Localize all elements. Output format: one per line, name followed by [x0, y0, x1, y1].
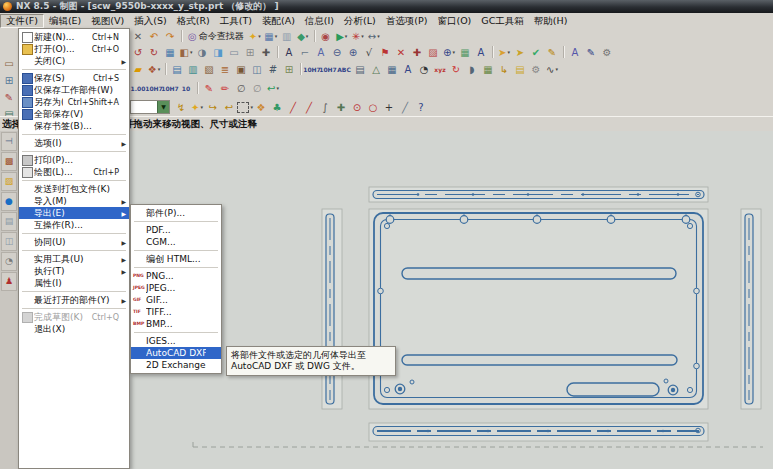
snap-points-icon[interactable]: ❖ [253, 100, 269, 115]
view-creation-icon[interactable]: ❖▾ [146, 62, 162, 77]
text-icon[interactable]: A [281, 45, 297, 60]
balance-icon[interactable]: ◔ [416, 62, 432, 77]
plus-icon[interactable]: ✚ [409, 45, 425, 60]
file-menu-item[interactable]: 发送到打包文件(K) [19, 183, 129, 195]
file-menu-item[interactable]: 仅保存工作部件(W) [19, 84, 129, 96]
export-submenu-item[interactable]: IGES... [131, 335, 221, 347]
export-submenu-item[interactable]: 2D Exchange... [131, 359, 221, 371]
file-menu-item[interactable]: 退出(X) [19, 323, 129, 335]
file-menu-item[interactable]: 打开(O)...Ctrl+O [19, 43, 129, 55]
note-icon[interactable]: ABC [336, 62, 352, 77]
asterisk-icon[interactable]: ✳▾ [350, 29, 366, 44]
coordinate-icon[interactable]: xyz [432, 62, 448, 77]
roles-icon[interactable]: ◆▾ [295, 29, 311, 44]
image-icon[interactable]: ▦ [457, 45, 473, 60]
pencil-icon[interactable]: ✎ [544, 45, 560, 60]
resource-tab-constraint-navigator[interactable]: ▩ [1, 152, 17, 171]
export-submenu-item[interactable]: JPEGJPEG... [131, 282, 221, 294]
quadrant-icon[interactable]: ○ [365, 100, 381, 115]
rotate-left-icon[interactable]: ↺ [130, 45, 146, 60]
export-submenu-item[interactable]: 部件(P)... [131, 207, 221, 219]
snap-star-icon[interactable]: ✦▾ [189, 100, 205, 115]
return-icon[interactable]: ↩▾ [265, 81, 281, 96]
file-menu-item[interactable]: 完成草图(K)Ctrl+Q [19, 311, 129, 323]
dim-basic-icon[interactable]: 10 [178, 81, 194, 96]
check-icon[interactable]: √ [361, 45, 377, 60]
export-submenu-item[interactable]: PDF... [131, 224, 221, 236]
drawing-view-front[interactable] [374, 213, 703, 404]
export-submenu-item-autocad-dxf-dwg[interactable]: AutoCAD DXF/DWG... [131, 347, 221, 359]
menubar-item-gc-toolbox[interactable]: GC工具箱 [476, 14, 529, 27]
style-icon[interactable]: ▰ [130, 62, 146, 77]
curve2-icon[interactable]: ↩ [221, 100, 237, 115]
sheet-icon[interactable]: ▦ [162, 45, 178, 60]
menubar-item-format[interactable]: 格式(R) [172, 14, 215, 27]
label-icon[interactable]: A [400, 62, 416, 77]
file-menu-item[interactable]: 新建(N)...Ctrl+N [19, 31, 129, 43]
curve-icon[interactable]: ↪ [205, 100, 221, 115]
grid2-icon[interactable]: # [265, 62, 281, 77]
snap-help-icon[interactable]: ? [413, 100, 429, 115]
rotate-icon[interactable]: ↻ [448, 62, 464, 77]
window-layout-icon[interactable]: ▦▾ [263, 29, 279, 44]
file-menu-item[interactable]: 选项(I)▶ [19, 137, 129, 149]
drawing-view-right[interactable] [745, 214, 753, 404]
midpoint-icon[interactable]: ╱ [301, 100, 317, 115]
menubar-item-information[interactable]: 信息(I) [300, 14, 339, 27]
export-submenu-item[interactable]: BMPBMP... [131, 318, 221, 330]
combo-dropdown-icon[interactable]: ▼ [157, 101, 169, 113]
file-menu-item[interactable]: 另存为(A)...Ctrl+Shift+A [19, 96, 129, 108]
drawing-view-top[interactable] [373, 191, 704, 199]
dim-fit2-icon[interactable]: 10H7 [162, 81, 178, 96]
image2-icon[interactable]: ▦ [480, 62, 496, 77]
point-on-curve-icon[interactable]: ╱ [397, 100, 413, 115]
menubar-item-edit[interactable]: 编辑(E) [44, 14, 86, 27]
target-icon[interactable]: ◉ [318, 29, 334, 44]
file-menu-item[interactable]: 最近打开的部件(Y)▶ [19, 294, 129, 306]
snap-point-icon[interactable]: ↯ [173, 100, 189, 115]
file-menu-item[interactable]: 绘图(L)...Ctrl+P [19, 166, 129, 178]
menubar-item-assemblies[interactable]: 装配(A) [257, 14, 300, 27]
shaded-view-icon[interactable]: ◧▾ [178, 45, 194, 60]
point-icon[interactable]: ⊕▾ [441, 45, 457, 60]
selection-rectangle-icon[interactable]: ▾ [237, 100, 253, 115]
dim-edit2-icon[interactable]: ✏ [217, 81, 233, 96]
file-menu-item[interactable]: 关闭(C)▶ [19, 55, 129, 67]
drawing-view-bottom[interactable] [373, 427, 704, 436]
corner-icon[interactable]: ⌐ [297, 45, 313, 60]
dim-edit-icon[interactable]: ✎ [201, 81, 217, 96]
endpoint-icon[interactable]: ╱ [285, 100, 301, 115]
resource-tab-web-browser[interactable]: ◫ [1, 232, 17, 251]
zoom-in-icon[interactable]: ⊕ [345, 45, 361, 60]
grid-icon[interactable]: ⊞ [242, 45, 258, 60]
dock-icon-2[interactable]: ⊞ [0, 75, 18, 92]
file-menu-item[interactable]: 属性(I) [19, 277, 129, 289]
spline-point-icon[interactable]: ∫ [317, 100, 333, 115]
section-view-icon[interactable]: ▧ [201, 62, 217, 77]
hatch-icon[interactable]: ▨ [425, 45, 441, 60]
control-point-icon[interactable]: ✚ [333, 100, 349, 115]
menubar-item-tools[interactable]: 工具(T) [215, 14, 257, 27]
rotate-right-icon[interactable]: ↻ [146, 45, 162, 60]
file-menu-item-export[interactable]: 导出(E)▶ [19, 207, 129, 219]
new-window-icon[interactable]: ▭ [226, 45, 242, 60]
flag-icon[interactable]: ⚑ [377, 45, 393, 60]
resource-tab-hd3d-tools[interactable]: ▤ [1, 212, 17, 231]
file-menu-item[interactable]: 保存(S)Ctrl+S [19, 72, 129, 84]
menubar-item-preferences[interactable]: 首选项(P) [381, 14, 433, 27]
resource-tab-history[interactable]: ◔ [1, 252, 17, 271]
table-icon[interactable]: ▦ [384, 62, 400, 77]
orient-arrow-icon[interactable]: ➤▾ [496, 45, 512, 60]
view-icon[interactable]: ▥ [185, 62, 201, 77]
palette-icon[interactable]: ▥ [279, 29, 295, 44]
annotation-icon[interactable]: A [313, 45, 329, 60]
resource-tab-part-navigator[interactable]: ▨ [1, 172, 17, 191]
menubar-item-help[interactable]: 帮助(H) [529, 14, 573, 27]
center-point-icon[interactable]: ⊙ [349, 100, 365, 115]
menubar-item-view[interactable]: 视图(V) [86, 14, 129, 27]
wave-icon[interactable]: ∿▾ [544, 62, 560, 77]
play-icon[interactable]: ▶▾ [334, 29, 350, 44]
datum-icon[interactable]: ▤ [352, 62, 368, 77]
file-menu-item[interactable]: 全部保存(V) [19, 108, 129, 120]
close-icon[interactable]: ✕ [393, 45, 409, 60]
